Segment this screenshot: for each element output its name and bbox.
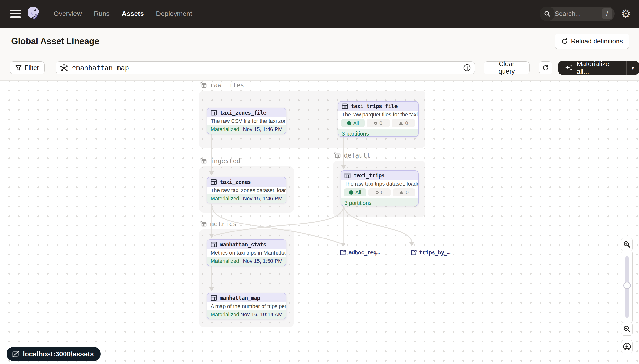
nav-link-runs[interactable]: Runs [94,10,110,18]
asset-description: Metrics on taxi trips in Manhattan [207,249,286,257]
table-icon [211,179,217,185]
nav-link-deployment[interactable]: Deployment [156,10,192,18]
zoom-out-icon [623,325,631,333]
dagster-logo[interactable] [26,6,42,22]
external-asset-adhoc-request[interactable]: adhoc_req… [340,249,379,256]
group-icon [200,158,207,164]
query-info-icon[interactable] [463,64,471,72]
materialization-timestamp: Nov 15, 1:46 PM [243,196,283,202]
top-nav: Overview Runs Assets Deployment / ⚙ [0,0,639,28]
asset-description: The raw taxi zones dataset, loaded int..… [207,186,286,194]
cast-off-icon [11,350,20,358]
menu-icon[interactable] [10,10,21,18]
asset-node-manhattan-map[interactable]: manhattan_map A map of the number of tri… [207,293,286,319]
table-icon [211,110,217,116]
ring-icon [376,191,379,194]
nav-link-assets[interactable]: Assets [122,10,144,18]
asset-name: manhattan_map [220,295,260,301]
zoom-out-button[interactable] [621,322,633,336]
asset-node-taxi-zones[interactable]: taxi_zones The raw taxi zones dataset, l… [207,177,286,204]
asset-node-taxi-zones-file[interactable]: taxi_zones_file The raw CSV file for the… [207,108,286,134]
triangle-icon [399,191,404,194]
external-link-icon [411,249,417,256]
zoom-in-icon [623,241,631,248]
table-icon [211,242,217,248]
partitions-all-pill[interactable]: All [344,188,366,196]
materialize-dropdown-caret[interactable]: ▾ [627,61,639,74]
asset-name: taxi_zones_file [220,110,266,116]
group-label-raw-files[interactable]: raw_files [200,82,244,89]
materialization-timestamp: Nov 16, 10:14 AM [240,312,283,318]
search-icon [540,6,555,21]
group-icon [334,152,341,159]
group-label-default[interactable]: default [334,152,370,159]
partitions-failed-pill[interactable]: 0 [367,119,390,127]
zoom-controls [621,238,633,354]
lineage-toolbar: Filter Clear query [0,55,639,80]
url-text: localhost:3000/assets [23,350,94,358]
asset-name: manhattan_stats [220,242,266,248]
search-box[interactable]: / [540,6,614,21]
search-shortcut-badge: / [602,8,612,19]
triangle-icon [399,122,403,125]
group-icon [200,220,207,228]
sparkle-icon [565,64,573,72]
status-badge: Materialized [211,312,239,318]
download-view-button[interactable] [621,340,633,354]
asset-description: The raw CSV file for the taxi zones dat.… [207,117,286,125]
asset-description: A map of the number of trips per taxi z.… [207,302,286,310]
clear-query-button[interactable]: Clear query [484,61,530,74]
status-badge: Materialized [211,258,239,264]
table-icon [344,172,351,178]
zoom-slider-handle[interactable] [623,282,631,289]
asset-node-manhattan-stats[interactable]: manhattan_stats Metrics on taxi trips in… [207,240,286,266]
asset-description: The raw taxi trips dataset, loaded into … [341,180,418,188]
partitions-count: 3 partitions [338,129,418,137]
asset-node-taxi-trips-file[interactable]: taxi_trips_file The raw parquet files fo… [338,101,418,137]
group-label-ingested[interactable]: ingested [200,158,240,164]
refresh-graph-button[interactable] [539,61,552,74]
graph-query-icon [60,64,68,72]
download-icon [622,342,631,351]
page-title: Global Asset Lineage [11,36,99,46]
green-dot-icon [347,121,351,125]
partitions-failed-pill[interactable]: 0 [368,188,391,196]
ring-icon [374,122,377,125]
refresh-icon [542,64,549,71]
asset-query-input[interactable] [56,61,475,74]
reload-icon [561,38,568,45]
status-badge: Materialized [211,126,239,132]
nav-links: Overview Runs Assets Deployment [54,10,192,18]
asset-node-taxi-trips[interactable]: taxi_trips The raw taxi trips dataset, l… [341,170,418,206]
table-icon [342,103,348,109]
partitions-count: 3 partitions [341,198,418,206]
asset-name: taxi_trips_file [351,103,397,109]
materialization-timestamp: Nov 15, 1:46 PM [243,126,283,132]
zoom-in-button[interactable] [621,238,633,251]
filter-funnel-icon [16,65,22,71]
group-icon [200,82,207,89]
partitions-missing-pill[interactable]: 0 [392,119,415,127]
green-dot-icon [349,190,353,194]
asset-description: The raw parquet files for the taxi trips… [338,111,418,118]
partitions-all-pill[interactable]: All [341,119,365,127]
page-header: Global Asset Lineage Reload definitions [0,28,639,55]
materialize-all-button[interactable]: Materialize all... [558,61,626,74]
asset-name: taxi_zones [220,179,251,185]
browser-url-badge: localhost:3000/assets [7,347,101,361]
asset-query-wrap [56,61,475,74]
asset-name: taxi_trips [354,172,384,178]
search-input[interactable] [555,10,602,18]
filter-button[interactable]: Filter [10,61,45,74]
reload-definitions-button[interactable]: Reload definitions [555,34,629,49]
partitions-missing-pill[interactable]: 0 [393,188,415,196]
external-asset-trips-by[interactable]: trips_by_… [411,249,450,256]
zoom-slider[interactable] [621,250,633,323]
external-link-icon [340,249,346,256]
nav-link-overview[interactable]: Overview [54,10,82,18]
settings-gear-icon[interactable]: ⚙ [621,8,631,19]
group-label-metrics[interactable]: metrics [200,220,237,228]
status-badge: Materialized [211,196,239,202]
materialization-timestamp: Nov 15, 1:50 PM [243,258,283,264]
materialize-all-split-button: Materialize all... ▾ [558,61,639,74]
